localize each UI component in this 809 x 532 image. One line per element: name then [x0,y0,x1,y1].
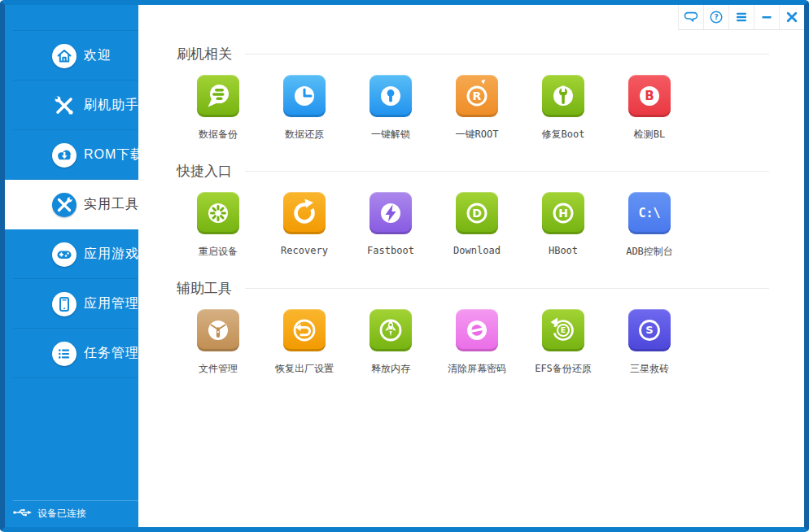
tool-recovery[interactable]: Recovery [261,192,348,259]
section-divider [245,288,769,289]
help-icon[interactable]: ? [703,5,728,29]
section-divider [245,54,769,55]
app-window: 欢迎 刷机助手 ROM下载 [0,0,809,532]
tool-label: HBoot [549,245,578,256]
tool-label: 恢复出厂设置 [275,362,334,376]
tool-fastboot[interactable]: Fastboot [348,192,434,259]
tool-factory-reset[interactable]: 恢复出厂设置 [261,309,348,376]
tool-download-mode[interactable]: D Download [434,192,520,259]
tool-free-memory[interactable]: 释放内存 [348,309,434,376]
svg-text:D: D [472,207,482,220]
sidebar-item-apps-games[interactable]: 应用游戏 [5,229,138,279]
sidebar-item-label: 应用管理 [84,295,139,312]
section-title: 辅助工具 [177,279,232,298]
tools-content: 刷机相关 数 [138,5,804,376]
utility-tools-icon [52,193,77,217]
home-icon [52,44,77,68]
reboot-device-icon [197,192,239,234]
tool-one-key-unlock[interactable]: 一键解锁 [348,75,434,142]
svg-text:C:\: C:\ [638,206,660,220]
tool-reboot-device[interactable]: 重启设备 [175,192,261,259]
tool-label: 检测BL [634,128,665,142]
adb-console-icon: C:\ [628,192,671,234]
sidebar-item-label: 应用游戏 [84,246,139,263]
sidebar-item-app-management[interactable]: 应用管理 [5,279,138,329]
task-list-icon [52,342,77,366]
tool-label: ADB控制台 [626,245,673,259]
tool-row: 重启设备 Recovery [175,192,804,259]
tool-label: 修复Boot [542,128,585,142]
tool-row: 数据备份 数据还原 [175,75,804,142]
tool-label: Fastboot [367,245,414,256]
close-icon[interactable] [779,5,804,29]
tool-clear-password[interactable]: 清除屏幕密码 [434,309,520,376]
minimize-icon[interactable] [754,5,779,29]
device-status-bar: 设备已连接 [5,500,138,527]
fix-boot-icon [542,75,584,117]
tool-one-key-root[interactable]: R 一键ROOT [434,75,520,142]
tool-data-backup[interactable]: 数据备份 [175,75,261,142]
samsung-unbrick-icon: S [628,309,671,351]
main-panel: ? 刷机相关 [138,5,804,527]
svg-text:H: H [558,207,568,220]
sidebar-item-label: ROM下载 [84,146,144,164]
tool-label: EFS备份还原 [535,362,592,376]
flash-tools-icon [52,94,77,118]
sidebar-item-utilities[interactable]: 实用工具 [5,180,138,229]
svg-text:?: ? [714,13,718,21]
tool-label: 重启设备 [199,245,238,259]
device-status-text: 设备已连接 [37,507,86,521]
tool-samsung-unbrick[interactable]: S 三星救砖 [606,309,693,376]
free-memory-icon [370,309,412,351]
sidebar: 欢迎 刷机助手 ROM下载 [5,5,138,527]
section-title: 快捷入口 [177,162,232,181]
tool-check-bl[interactable]: B 检测BL [606,75,693,142]
tool-adb-console[interactable]: C:\ ADB控制台 [606,192,693,259]
one-key-unlock-icon [370,75,412,117]
tool-label: Recovery [281,245,328,256]
tool-row: 文件管理 恢复出厂设置 [175,309,804,376]
phone-icon [52,292,77,316]
tool-hboot[interactable]: H HBoot [520,192,606,259]
factory-reset-icon [283,309,326,351]
titlebar-controls: ? [678,5,804,30]
tool-label: Download [453,245,501,256]
one-key-root-icon: R [456,75,498,117]
sidebar-item-label: 刷机助手 [84,97,139,114]
feedback-chat-icon[interactable] [678,5,703,29]
sidebar-item-rom-download[interactable]: ROM下载 [5,130,138,180]
tool-data-restore[interactable]: 数据还原 [261,75,348,142]
sidebar-spacer [5,5,138,31]
download-mode-icon: D [456,192,498,234]
cloud-download-icon [52,143,77,168]
tool-file-manager[interactable]: 文件管理 [175,309,261,376]
sidebar-item-label: 实用工具 [84,196,139,213]
data-restore-icon [283,75,326,117]
tool-efs-backup[interactable]: E EFS备份还原 [520,309,606,376]
sidebar-item-task-management[interactable]: 任务管理 [5,329,138,378]
svg-text:E: E [561,325,566,334]
svg-text:B: B [645,89,654,103]
sidebar-item-welcome[interactable]: 欢迎 [5,31,138,81]
section-title: 刷机相关 [177,45,232,63]
recovery-mode-icon [283,192,326,234]
tool-label: 数据备份 [199,128,238,142]
section-header: 辅助工具 [177,280,804,296]
section-header: 刷机相关 [177,46,804,62]
sidebar-item-flash-assistant[interactable]: 刷机助手 [5,81,138,130]
tool-label: 释放内存 [371,362,410,376]
tool-label: 数据还原 [285,128,324,142]
section-flashing: 刷机相关 数 [177,46,804,142]
efs-backup-icon: E [542,309,584,351]
section-quick-entry: 快捷入口 [177,163,804,259]
section-divider [245,171,769,172]
section-auxiliary: 辅助工具 [177,280,804,376]
tool-label: 一键ROOT [456,128,499,142]
clear-password-icon [456,309,498,351]
svg-text:S: S [645,324,653,336]
sidebar-item-label: 欢迎 [84,47,112,64]
fastboot-mode-icon [370,192,412,234]
file-manager-icon [197,309,239,351]
tool-fix-boot[interactable]: 修复Boot [520,75,606,142]
menu-icon[interactable] [728,5,754,29]
